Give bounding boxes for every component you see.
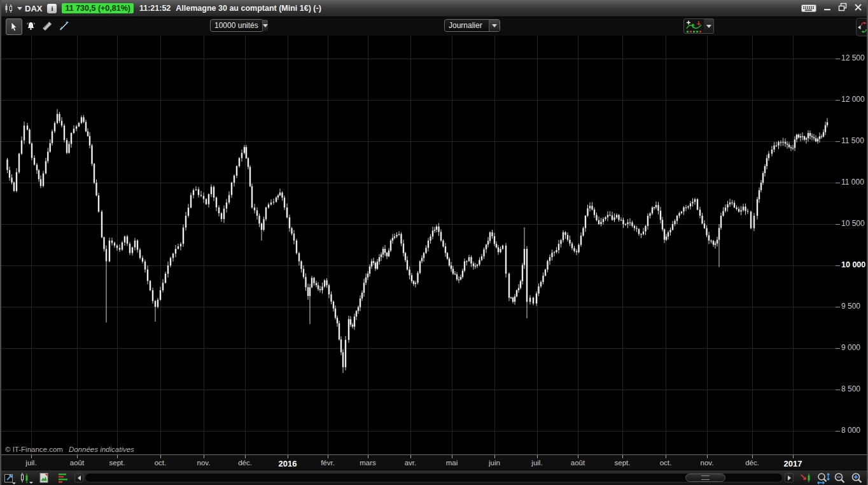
chart-toolbar: 10000 unités Journalier bbox=[0, 17, 868, 36]
trendline-tool-button[interactable] bbox=[57, 18, 72, 34]
chart-report-button[interactable] bbox=[39, 472, 50, 484]
x-axis-label: août bbox=[571, 459, 585, 467]
y-axis-label: 12 000 bbox=[841, 95, 868, 104]
market-depth-button[interactable] bbox=[58, 472, 69, 484]
scroll-left-icon bbox=[78, 475, 81, 481]
y-axis-label: 9 000 bbox=[841, 343, 868, 352]
x-axis-tick bbox=[707, 455, 708, 458]
window-controls bbox=[801, 3, 862, 14]
x-axis-tick bbox=[752, 455, 753, 458]
alert-bell-icon bbox=[25, 21, 36, 32]
x-axis-tick bbox=[245, 455, 246, 458]
x-axis-label: 2017 bbox=[784, 459, 802, 468]
x-axis-label: oct. bbox=[660, 459, 672, 467]
candle-style-icon bbox=[20, 472, 34, 484]
ruler-tool-icon bbox=[41, 20, 53, 32]
autoscale-button[interactable] bbox=[816, 472, 830, 484]
x-axis-label: nov. bbox=[701, 459, 714, 467]
candle-style-button[interactable] bbox=[20, 472, 34, 484]
x-axis-label: 2016 bbox=[279, 459, 297, 468]
copyright-text: © IT-Finance.com bbox=[5, 446, 63, 453]
quote-time: 11:21:52 bbox=[139, 4, 171, 13]
x-axis-tick bbox=[578, 455, 578, 458]
x-axis-label: déc. bbox=[238, 459, 252, 467]
x-axis-tick bbox=[368, 455, 368, 458]
x-axis-label: juil. bbox=[531, 459, 542, 467]
trendline-tool-icon bbox=[59, 20, 70, 32]
y-axis-label: 12 500 bbox=[841, 53, 868, 62]
x-axis: juil.aoûtsept.oct.nov.déc.2016févr.marsa… bbox=[0, 454, 868, 470]
window-border-left bbox=[0, 0, 1, 485]
indicative-data-note: Données indicatives bbox=[69, 446, 134, 453]
zoom-in-icon bbox=[851, 472, 863, 484]
market-depth-icon bbox=[58, 472, 69, 484]
scroll-left-button[interactable] bbox=[74, 473, 83, 482]
scroll-right-icon bbox=[788, 475, 791, 481]
keyboard-icon[interactable] bbox=[801, 3, 816, 13]
publish-chart-icon bbox=[4, 472, 17, 484]
scrollbar-grip-icon bbox=[701, 475, 710, 480]
chart-watermark: © IT-Finance.comDonnées indicatives bbox=[5, 446, 134, 453]
close-icon[interactable] bbox=[854, 3, 862, 14]
units-dropdown-value: 10000 unités bbox=[211, 21, 262, 30]
x-axis-label: oct. bbox=[155, 459, 167, 467]
cursor-tool-icon bbox=[9, 22, 20, 32]
x-axis-label: mars bbox=[360, 459, 376, 467]
ruler-tool-button[interactable] bbox=[39, 18, 55, 34]
chart-scrollbar-track[interactable] bbox=[85, 473, 783, 482]
zoom-out-icon bbox=[834, 472, 846, 484]
x-axis-label: avr. bbox=[405, 459, 417, 467]
instrument-name: Allemagne 30 au comptant (Mini 1€) (-) bbox=[176, 4, 321, 13]
y-axis-label: 11 000 bbox=[841, 178, 868, 186]
period-dropdown-value: Journalier bbox=[445, 21, 489, 30]
x-axis-label: juil. bbox=[25, 459, 36, 467]
y-axis-label: 10 500 bbox=[841, 219, 868, 228]
zoom-in-button[interactable] bbox=[851, 472, 863, 484]
chart-report-icon bbox=[39, 472, 50, 484]
x-axis-label: juin bbox=[489, 459, 500, 467]
period-dropdown[interactable]: Journalier bbox=[444, 19, 500, 32]
x-axis-tick bbox=[452, 455, 452, 458]
chart-style-caret-button[interactable] bbox=[704, 18, 714, 34]
x-axis-label: août bbox=[70, 459, 84, 467]
symbol-caret-icon[interactable] bbox=[17, 7, 22, 10]
x-axis-label: déc. bbox=[745, 459, 759, 467]
adjust-scale-icon bbox=[800, 472, 813, 484]
x-axis-tick bbox=[494, 455, 495, 458]
x-axis-label: févr. bbox=[321, 459, 335, 467]
adjust-scale-button[interactable] bbox=[800, 472, 813, 484]
x-axis-tick bbox=[537, 455, 538, 458]
info-icon[interactable]: i bbox=[47, 4, 57, 13]
price-chart[interactable]: 12 50012 00011 50011 00010 50010 0009 50… bbox=[0, 36, 868, 454]
chart-scrollbar-thumb[interactable] bbox=[685, 474, 725, 482]
period-dropdown-caret-icon bbox=[489, 20, 500, 31]
x-axis-tick bbox=[31, 455, 32, 458]
bottom-toolbar bbox=[0, 470, 868, 485]
minimize-icon[interactable] bbox=[823, 3, 831, 14]
title-bar: DAX i 11 730,5 (+0,81%) 11:21:52 Allemag… bbox=[0, 0, 868, 17]
y-axis-label: 9 500 bbox=[841, 302, 868, 311]
x-axis-tick bbox=[160, 455, 161, 458]
x-axis-tick bbox=[328, 455, 328, 458]
chart-style-button[interactable] bbox=[683, 18, 704, 34]
x-axis-tick bbox=[666, 455, 666, 458]
units-dropdown[interactable]: 10000 unités bbox=[210, 19, 263, 32]
scroll-right-button[interactable] bbox=[785, 473, 794, 482]
price-badge: 11 730,5 (+0,81%) bbox=[62, 3, 134, 13]
price-chart-canvas[interactable] bbox=[0, 36, 868, 454]
symbol-label[interactable]: DAX bbox=[25, 4, 42, 13]
x-axis-tick bbox=[117, 455, 118, 458]
x-axis-tick bbox=[793, 455, 794, 458]
publish-chart-button[interactable] bbox=[4, 472, 17, 484]
y-axis-label: 8 000 bbox=[841, 426, 868, 435]
restore-icon[interactable] bbox=[838, 3, 847, 14]
x-axis-label: nov. bbox=[197, 459, 211, 467]
autoscale-magnifier-icon bbox=[816, 472, 830, 484]
y-axis-label: 8 500 bbox=[841, 384, 868, 393]
cursor-tool-button[interactable] bbox=[6, 18, 22, 35]
x-axis-tick bbox=[622, 455, 623, 458]
zoom-out-button[interactable] bbox=[834, 472, 846, 484]
trading-app-window: DAX i 11 730,5 (+0,81%) 11:21:52 Allemag… bbox=[0, 0, 868, 485]
alert-tool-button[interactable] bbox=[23, 18, 38, 34]
x-axis-label: sept. bbox=[615, 459, 631, 467]
